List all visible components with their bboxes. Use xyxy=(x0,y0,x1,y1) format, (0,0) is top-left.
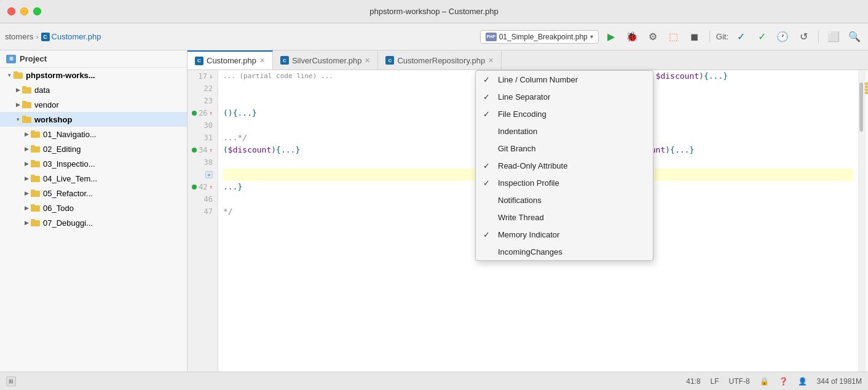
git-revert-button[interactable]: ↺ xyxy=(795,28,812,46)
menu-item-write-thread[interactable]: Write Thread xyxy=(476,209,653,226)
menu-item-label: Git Branch xyxy=(498,144,535,153)
coverage-button[interactable]: ⚙ xyxy=(644,28,661,46)
status-memory[interactable]: 344 of 1981M xyxy=(817,377,862,386)
tree-item-03[interactable]: ▶ 03_Inspectio... xyxy=(0,156,187,171)
svg-rect-19 xyxy=(31,204,35,206)
line-num-46: 46 xyxy=(187,193,218,205)
expand-panels-icon[interactable]: ⊞ xyxy=(6,376,16,386)
collapse-arrow-icon: ▶ xyxy=(22,130,31,138)
tree-item-root[interactable]: ▾ phpstorm-works... xyxy=(0,68,187,82)
line-num-34: 34 ↑ xyxy=(187,144,218,156)
tree-item-02[interactable]: ▶ 02_Editing xyxy=(0,141,187,156)
line-num-39: + xyxy=(187,169,218,181)
git-update-button[interactable]: ✓ xyxy=(732,28,749,46)
menu-item-line-sep[interactable]: ✓ Line Separator xyxy=(476,88,653,105)
collapse-arrow-icon: ▶ xyxy=(14,86,22,94)
run-config-selector[interactable]: PHP 01_Simple_Breakpoint.php ▾ xyxy=(480,30,599,44)
line-num-38: 38 xyxy=(187,156,218,169)
menu-item-line-column[interactable]: ✓ Line / Column Number xyxy=(476,71,653,88)
menu-item-notifications[interactable]: Notifications xyxy=(476,191,653,209)
gutter-mark xyxy=(865,82,868,85)
project-tree: ▾ phpstorm-works... ▶ data ▶ xyxy=(0,68,187,372)
gutter-mark xyxy=(865,89,868,91)
vertical-scrollbar[interactable] xyxy=(858,70,864,372)
stop-button[interactable]: ◼ xyxy=(686,28,703,46)
tab-customer-repo[interactable]: C CustomerRepository.php ✕ xyxy=(378,51,502,70)
menu-item-indentation[interactable]: Indentation xyxy=(476,122,653,140)
svg-rect-12 xyxy=(31,161,40,167)
minimize-button[interactable] xyxy=(20,7,28,15)
collapse-arrow-icon: ▶ xyxy=(22,174,31,183)
status-user-icon[interactable]: 👤 xyxy=(798,377,807,386)
folder-icon xyxy=(31,204,41,212)
status-line-separator[interactable]: LF xyxy=(711,377,719,386)
profile-button[interactable]: ⬚ xyxy=(665,28,682,46)
search-button[interactable]: 🔍 xyxy=(846,28,863,46)
menu-item-git-branch[interactable]: Git Branch xyxy=(476,140,653,157)
svg-rect-4 xyxy=(22,102,31,108)
folder-icon xyxy=(22,115,32,124)
debug-button[interactable]: 🐞 xyxy=(623,28,641,46)
svg-rect-2 xyxy=(22,87,31,94)
expand-arrow-icon: ▾ xyxy=(14,115,22,124)
menu-item-label: Notifications xyxy=(498,196,542,205)
menu-item-read-only[interactable]: ✓ Read-Only Attribute xyxy=(476,157,653,174)
arrow-up-icon: ↑ xyxy=(210,181,213,193)
menu-item-memory[interactable]: ✓ Memory Indicator xyxy=(476,226,653,243)
tree-item-04[interactable]: ▶ 04_Live_Tem... xyxy=(0,171,187,186)
status-encoding[interactable]: UTF-8 xyxy=(729,377,750,386)
status-lock-icon[interactable]: 🔒 xyxy=(760,377,769,386)
line-num-17: 17↓ xyxy=(187,70,218,82)
menu-item-label: Inspection Profile xyxy=(498,178,559,188)
line-num-22: 22 xyxy=(187,82,218,95)
checkmark-icon: ✓ xyxy=(483,92,490,101)
maximize-button[interactable] xyxy=(33,7,41,15)
tab-silver-customer[interactable]: C SilverCustomer.php ✕ xyxy=(273,51,378,70)
tab-label: Customer.php xyxy=(207,56,256,65)
tab-customer-php[interactable]: C Customer.php ✕ xyxy=(187,50,273,70)
tree-item-data[interactable]: ▶ data xyxy=(0,82,187,97)
main-content: ⊞ Project ▾ phpstorm-works... ▶ data xyxy=(0,50,868,372)
folder-icon xyxy=(31,189,41,197)
status-position[interactable]: 41:8 xyxy=(686,377,700,386)
menu-item-incoming-changes[interactable]: IncomingChanges xyxy=(476,243,653,260)
collapse-arrow-icon: ▶ xyxy=(22,218,31,227)
menu-item-label: Write Thread xyxy=(498,213,544,222)
tree-label: vendor xyxy=(34,100,59,109)
breadcrumb: stomers › C Customer.php xyxy=(5,32,101,41)
expand-arrow-icon: ▾ xyxy=(5,71,14,79)
breadcrumb-label: Customer.php xyxy=(52,32,101,41)
svg-rect-1 xyxy=(14,71,18,73)
split-editor-button[interactable]: ⬜ xyxy=(825,28,842,46)
menu-item-file-encoding[interactable]: ✓ File Encoding xyxy=(476,105,653,122)
tab-close-icon[interactable]: ✕ xyxy=(488,57,494,64)
tree-item-05[interactable]: ▶ 05_Refactor... xyxy=(0,186,187,201)
tree-item-workshop[interactable]: ▾ workshop xyxy=(0,112,187,127)
tree-item-vendor[interactable]: ▶ vendor xyxy=(0,97,187,112)
run-button[interactable]: ▶ xyxy=(602,28,620,46)
tree-item-06[interactable]: ▶ 06_Todo xyxy=(0,201,187,215)
breadcrumb-customer-php[interactable]: C Customer.php xyxy=(41,32,101,41)
svg-rect-15 xyxy=(31,175,35,177)
folder-icon xyxy=(31,145,41,153)
status-left: ⊞ xyxy=(6,376,16,386)
tab-close-icon[interactable]: ✕ xyxy=(365,57,370,64)
close-button[interactable] xyxy=(7,7,15,15)
position-label: 41:8 xyxy=(686,377,700,386)
tree-item-07[interactable]: ▶ 07_Debuggi... xyxy=(0,215,187,230)
php-icon: PHP xyxy=(486,33,497,41)
scrollbar-thumb[interactable] xyxy=(859,82,863,132)
git-commit-button[interactable]: ✓ xyxy=(753,28,770,46)
add-gutter-icon: + xyxy=(205,171,213,178)
gutter-marks xyxy=(864,70,868,372)
tree-item-01[interactable]: ▶ 01_Navigatio... xyxy=(0,127,187,141)
git-history-button[interactable]: 🕐 xyxy=(774,28,791,46)
svg-rect-6 xyxy=(22,117,31,123)
tree-label: 06_Todo xyxy=(43,204,74,213)
tab-close-icon[interactable]: ✕ xyxy=(259,57,265,64)
arrow-up-icon: ↑ xyxy=(210,107,213,119)
menu-item-inspection-profile[interactable]: ✓ Inspection Profile xyxy=(476,174,653,191)
checkmark-icon: ✓ xyxy=(483,230,490,239)
status-help-icon[interactable]: ❓ xyxy=(779,377,788,386)
menu-item-label: Memory Indicator xyxy=(498,230,559,239)
